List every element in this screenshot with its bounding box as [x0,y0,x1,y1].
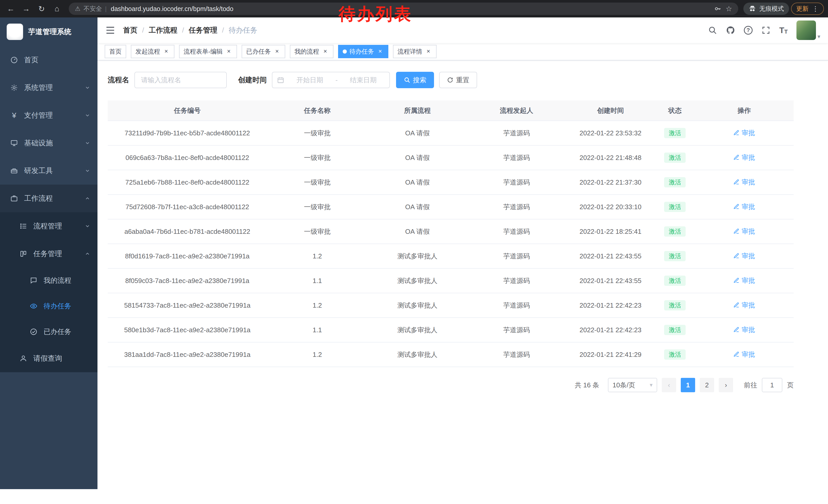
approve-button[interactable]: 审批 [733,178,755,187]
sidebar-item-payment[interactable]: ¥ 支付管理 [0,101,97,129]
github-icon[interactable] [726,26,735,35]
sidebar-item-done-tasks[interactable]: 已办任务 [0,319,97,345]
browser-menu-icon[interactable]: ⋮ [812,5,819,13]
tab-close-icon[interactable]: × [425,48,432,55]
browser-home-button[interactable]: ⌂ [50,2,64,15]
tab-close-icon[interactable]: × [225,48,233,55]
tab-close-icon[interactable]: × [377,48,384,55]
sidebar-item-label: 待办任务 [44,302,71,311]
chevron-down-icon [85,223,90,229]
tab-done-tasks[interactable]: 已办任务 × [242,45,285,58]
approve-button[interactable]: 审批 [733,129,755,137]
browser-update-button[interactable]: 更新 ⋮ [791,3,824,15]
bookmark-star-icon[interactable]: ☆ [726,5,732,13]
tab-close-icon[interactable]: × [274,48,281,55]
user-menu[interactable]: ▾ [796,20,820,40]
fullscreen-icon[interactable] [761,26,771,35]
initiator-cell: 芋道源码 [467,252,566,261]
page-button-1[interactable]: 1 [681,378,695,392]
tab-close-icon[interactable]: × [322,48,329,55]
edit-icon [733,351,740,357]
sidebar-item-system[interactable]: 系统管理 [0,74,97,101]
date-range-picker[interactable]: 开始日期 - 结束日期 [272,72,390,88]
sidebar-item-label: 我的流程 [44,276,71,285]
prev-page-button[interactable]: ‹ [662,378,676,392]
tab-my-processes[interactable]: 我的流程 × [290,45,333,58]
tab-home[interactable]: 首页 [105,45,126,58]
avatar[interactable] [796,20,816,40]
tab-start-process[interactable]: 发起流程 × [131,45,174,58]
task-id-cell: 73211d9d-7b9b-11ec-b5b7-acde48001122 [108,129,267,137]
breadcrumb-home[interactable]: 首页 [123,26,137,35]
approve-button[interactable]: 审批 [733,276,755,285]
date-range-separator: - [335,76,338,84]
breadcrumb-task-management[interactable]: 任务管理 [189,26,217,35]
approve-button[interactable]: 审批 [733,301,755,310]
search-icon[interactable] [708,26,717,35]
table-header: 任务编号 任务名称 所属流程 流程发起人 创建时间 状态 操作 [108,100,794,121]
browser-toolbar: ← → ↻ ⌂ ⚠ 不安全 | dashboard.yudao.iocoder.… [0,0,828,17]
tab-label: 首页 [109,47,122,56]
task-name-cell: 一级审批 [267,227,368,236]
table-row: 725a1eb6-7b88-11ec-8ef0-acde48001122 一级审… [108,170,794,195]
tab-process-detail[interactable]: 流程详情 × [393,45,437,58]
approve-button[interactable]: 审批 [733,227,755,236]
sidebar-item-my-processes[interactable]: 我的流程 [0,268,97,293]
tab-todo-tasks[interactable]: 待办任务 × [338,45,388,58]
sidebar-item-devtools[interactable]: 研发工具 [0,157,97,185]
reset-button[interactable]: 重置 [439,72,477,88]
edit-icon [733,302,740,308]
browser-reload-button[interactable]: ↻ [35,2,48,15]
sidebar: 芋道管理系统 首页 系统管理 [0,17,97,489]
sidebar-item-process-management[interactable]: 流程管理 [0,212,97,240]
tab-label: 发起流程 [135,47,160,56]
approve-label: 审批 [742,129,755,137]
approve-button[interactable]: 审批 [733,350,755,359]
next-page-button[interactable]: › [719,378,733,392]
font-size-icon[interactable]: TT [779,26,788,35]
refresh-icon [447,77,454,83]
incognito-icon [748,5,756,12]
page-button-2[interactable]: 2 [700,378,714,392]
breadcrumb: 首页 / 工作流程 / 任务管理 / 待办任务 [123,26,257,35]
approve-button[interactable]: 审批 [733,202,755,211]
browser-forward-button[interactable]: → [19,2,33,15]
approve-label: 审批 [742,227,755,236]
approve-label: 审批 [742,202,755,211]
help-icon[interactable]: ? [744,26,753,35]
breadcrumb-workflow[interactable]: 工作流程 [149,26,177,35]
page-size-select[interactable]: 10条/页 ▾ [608,378,657,392]
task-id-cell: 58154733-7ac8-11ec-a9e2-a2380e71991a [108,302,267,310]
app-logo[interactable]: 芋道管理系统 [0,17,97,46]
breadcrumb-separator: / [142,26,144,34]
sidebar-item-home[interactable]: 首页 [0,46,97,74]
action-cell: 审批 [695,227,794,236]
browser-back-button[interactable]: ← [4,2,17,15]
goto-page-input[interactable] [762,378,782,392]
sidebar-item-label: 支付管理 [24,110,53,120]
approve-button[interactable]: 审批 [733,153,755,162]
caret-down-icon: ▾ [650,382,653,388]
table-row: 58154733-7ac8-11ec-a9e2-a2380e71991a 1.2… [108,293,794,318]
process-name-input[interactable] [134,72,227,88]
sidebar-item-leave-query[interactable]: 请假查询 [0,345,97,372]
sidebar-collapse-icon[interactable] [105,25,115,35]
approve-button[interactable]: 审批 [733,251,755,261]
sidebar-item-task-management[interactable]: 任务管理 [0,240,97,268]
sidebar-item-workflow[interactable]: 工作流程 [0,185,97,212]
tab-close-icon[interactable]: × [163,48,170,55]
tab-process-form-edit[interactable]: 流程表单-编辑 × [179,45,237,58]
process-cell: 测试多审批人 [368,301,467,310]
password-key-icon[interactable] [714,5,721,12]
search-button[interactable]: 搜索 [396,72,434,88]
sidebar-item-todo-tasks[interactable]: 待办任务 [0,293,97,319]
gear-icon [10,84,18,92]
address-bar[interactable]: ⚠ 不安全 | dashboard.yudao.iocoder.cn/bpm/t… [69,3,738,15]
approve-button[interactable]: 审批 [733,325,755,334]
check-circle-icon [30,328,37,335]
task-id-cell: 069c6a63-7b8a-11ec-8ef0-acde48001122 [108,154,267,162]
task-id-cell: 8f059c03-7ac8-11ec-a9e2-a2380e71991a [108,277,267,285]
task-name-cell: 1.1 [267,326,368,334]
sidebar-item-infrastructure[interactable]: 基础设施 [0,129,97,157]
status-cell: 激活 [655,251,695,262]
